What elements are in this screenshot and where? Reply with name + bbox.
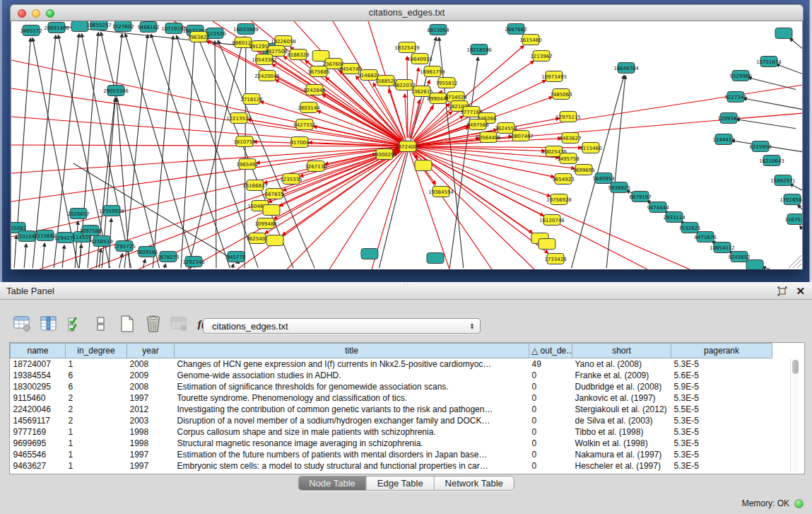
graph-node[interactable]: 7532621: [678, 223, 700, 233]
graph-node[interactable]: 8471676: [694, 232, 717, 243]
cell-short[interactable]: de Silva et al. (2003): [572, 415, 671, 426]
graph-node[interactable]: 8186328: [287, 49, 309, 60]
graph-node[interactable]: 8813054: [427, 25, 449, 35]
graph-node[interactable]: 587835: [265, 189, 284, 199]
cell-pagerank[interactable]: 5.9E-5: [671, 381, 772, 392]
cell-out_de[interactable]: 0: [529, 460, 572, 472]
graph-node[interactable]: 1235335: [280, 174, 302, 185]
graph-node[interactable]: 15992971: [770, 175, 796, 186]
graph-node[interactable]: 5938923: [608, 182, 630, 193]
resize-grip-icon[interactable]: [797, 264, 801, 268]
graph-node[interactable]: [263, 205, 280, 216]
graph-node[interactable]: 9227341: [724, 92, 746, 103]
network-window-titlebar[interactable]: citations_edges.txt: [10, 4, 804, 21]
tab-node-table[interactable]: Node Table: [298, 477, 366, 490]
cell-in_degree[interactable]: 1: [66, 460, 127, 472]
graph-node[interactable]: 7955812: [435, 78, 457, 88]
cell-title[interactable]: Estimation of the future numbers of pati…: [175, 449, 529, 460]
cell-out_de[interactable]: 0: [529, 426, 572, 438]
cell-pagerank[interactable]: 5.3E-5: [671, 438, 772, 449]
cell-year[interactable]: 1998: [127, 426, 175, 438]
graph-node[interactable]: 10654112: [710, 243, 735, 253]
cell-title[interactable]: Changes of HCN gene expression and I(f) …: [175, 358, 529, 370]
table-row[interactable]: 977716911998Corpus callosum shape and si…: [11, 426, 772, 438]
graph-node[interactable]: 1615480: [519, 35, 541, 45]
graph-node[interactable]: 8215958: [749, 141, 771, 152]
graph-node[interactable]: [361, 249, 378, 259]
cell-name[interactable]: 22420046: [11, 404, 66, 415]
cell-name[interactable]: 18300295: [11, 381, 66, 392]
graph-node[interactable]: 1810755: [233, 136, 255, 147]
cell-pagerank[interactable]: 5.6E-5: [671, 370, 772, 381]
close-panel-icon[interactable]: ✕: [796, 286, 805, 297]
delete-table-icon[interactable]: [143, 315, 163, 333]
scrollbar-thumb[interactable]: [792, 360, 799, 374]
cell-in_degree[interactable]: 6: [66, 370, 127, 381]
graph-node[interactable]: [746, 260, 763, 270]
graph-node[interactable]: 1678275: [157, 252, 179, 262]
cell-out_de[interactable]: 0: [529, 438, 572, 449]
cell-short[interactable]: Franke et al. (2009): [572, 370, 671, 381]
row-height-icon[interactable]: [91, 315, 111, 333]
cell-short[interactable]: Jankovic et al. (1997): [572, 392, 671, 404]
memory-status-icon[interactable]: [794, 499, 804, 508]
cell-in_degree[interactable]: 1: [66, 438, 127, 449]
cell-out_de[interactable]: 0: [529, 392, 572, 404]
graph-node[interactable]: 1640954: [592, 173, 615, 184]
graph-node[interactable]: [427, 253, 444, 264]
graph-node[interactable]: 7485063: [550, 89, 572, 100]
graph-node[interactable]: 15166827: [242, 180, 268, 191]
cell-short[interactable]: Nakamura et al. (1997): [572, 449, 671, 460]
cell-pagerank[interactable]: 5.5E-5: [671, 404, 772, 415]
cell-in_degree[interactable]: 1: [66, 449, 127, 460]
graph-node[interactable]: 16640910: [407, 54, 433, 64]
graph-node[interactable]: [539, 239, 555, 250]
destroy-table-icon[interactable]: [170, 315, 189, 333]
cell-title[interactable]: Embryonic stem cells: a model to study s…: [175, 460, 529, 472]
table-row[interactable]: 969969511998Structural magnetic resonanc…: [11, 438, 772, 449]
graph-node[interactable]: 9242848: [303, 85, 325, 95]
cell-out_de[interactable]: 0: [529, 370, 572, 381]
graph-node[interactable]: 2718126: [240, 94, 263, 105]
graph-node[interactable]: 9699695: [572, 165, 594, 175]
graph-node[interactable]: 1292346: [182, 257, 205, 267]
graph-node[interactable]: 20691406: [44, 23, 69, 33]
graph-node[interactable]: 3097588: [79, 226, 101, 236]
cell-pagerank[interactable]: 5.3E-5: [671, 358, 772, 370]
graph-node[interactable]: 16961758: [420, 66, 445, 77]
cell-year[interactable]: 2008: [127, 358, 175, 370]
table-row[interactable]: 946362711997Embryonic stem cells: a mode…: [11, 460, 772, 472]
table-row[interactable]: 946554611997Estimation of the future num…: [11, 449, 772, 460]
column-header-pagerank[interactable]: pagerank: [671, 344, 772, 358]
graph-node[interactable]: 9115460: [579, 143, 601, 153]
cell-name[interactable]: 19384554: [11, 370, 66, 381]
table-row[interactable]: 1456911722003Disruption of a novel membe…: [11, 415, 772, 426]
graph-node[interactable]: 1167533: [784, 214, 803, 225]
cell-title[interactable]: Investigating the contribution of common…: [175, 404, 529, 415]
graph-node[interactable]: 33159: [18, 231, 35, 242]
graph-node[interactable]: 917004: [290, 137, 310, 148]
column-header-name[interactable]: name: [11, 344, 66, 358]
cell-out_de[interactable]: 0: [529, 415, 572, 426]
cell-title[interactable]: Estimation of significance thresholds fo…: [175, 381, 529, 392]
cell-in_degree[interactable]: 2: [66, 404, 127, 415]
graph-node[interactable]: 9329966: [729, 71, 752, 81]
show-columns-icon[interactable]: [39, 315, 59, 333]
graph-node[interactable]: 2405572: [20, 25, 42, 36]
graph-node[interactable]: 9495758: [557, 153, 579, 164]
graph-node[interactable]: 8427552: [293, 119, 315, 130]
network-canvas[interactable]: 2405572206914061065525715276029466162107…: [11, 21, 803, 269]
minimize-window-button[interactable]: [32, 9, 40, 18]
cell-name[interactable]: 9699695: [11, 438, 66, 449]
graph-node[interactable]: 6497568: [466, 119, 488, 130]
split-divider-handle[interactable]: [403, 284, 410, 287]
cell-year[interactable]: 1997: [127, 392, 175, 404]
graph-node[interactable]: 9466162: [137, 22, 159, 33]
cell-short[interactable]: Hescheler et al. (1997): [572, 460, 671, 472]
cell-year[interactable]: 1998: [127, 438, 175, 449]
graph-node[interactable]: 7963822: [187, 32, 209, 42]
graph-node[interactable]: 2933114: [663, 212, 686, 223]
cell-name[interactable]: 9465546: [11, 449, 66, 460]
graph-node[interactable]: 1213967: [530, 51, 552, 62]
cell-year[interactable]: 1997: [127, 460, 175, 472]
